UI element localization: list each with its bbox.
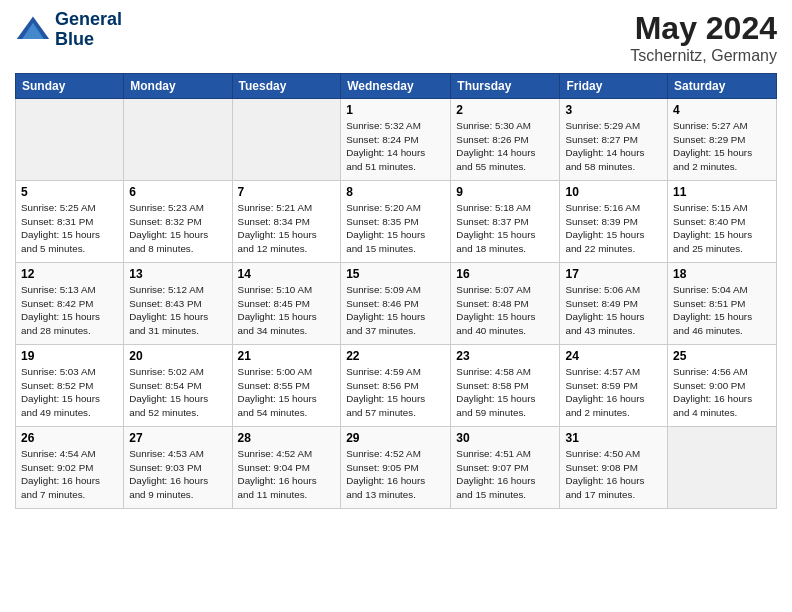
main-container: General Blue May 2024 Tschernitz, German… <box>0 0 792 519</box>
day-number: 10 <box>565 185 662 199</box>
table-cell <box>668 427 777 509</box>
table-cell: 31Sunrise: 4:50 AM Sunset: 9:08 PM Dayli… <box>560 427 668 509</box>
table-cell: 16Sunrise: 5:07 AM Sunset: 8:48 PM Dayli… <box>451 263 560 345</box>
day-info: Sunrise: 4:52 AM Sunset: 9:05 PM Dayligh… <box>346 447 445 502</box>
day-info: Sunrise: 5:15 AM Sunset: 8:40 PM Dayligh… <box>673 201 771 256</box>
col-sunday: Sunday <box>16 74 124 99</box>
logo-text: General Blue <box>55 10 122 50</box>
table-cell <box>16 99 124 181</box>
table-cell: 9Sunrise: 5:18 AM Sunset: 8:37 PM Daylig… <box>451 181 560 263</box>
header: General Blue May 2024 Tschernitz, German… <box>15 10 777 65</box>
day-number: 12 <box>21 267 118 281</box>
day-info: Sunrise: 5:27 AM Sunset: 8:29 PM Dayligh… <box>673 119 771 174</box>
day-number: 15 <box>346 267 445 281</box>
logo-icon <box>15 12 51 48</box>
col-saturday: Saturday <box>668 74 777 99</box>
day-info: Sunrise: 4:54 AM Sunset: 9:02 PM Dayligh… <box>21 447 118 502</box>
table-cell: 4Sunrise: 5:27 AM Sunset: 8:29 PM Daylig… <box>668 99 777 181</box>
day-info: Sunrise: 5:20 AM Sunset: 8:35 PM Dayligh… <box>346 201 445 256</box>
day-number: 27 <box>129 431 226 445</box>
day-number: 31 <box>565 431 662 445</box>
day-info: Sunrise: 5:23 AM Sunset: 8:32 PM Dayligh… <box>129 201 226 256</box>
col-tuesday: Tuesday <box>232 74 341 99</box>
day-info: Sunrise: 5:06 AM Sunset: 8:49 PM Dayligh… <box>565 283 662 338</box>
table-cell <box>232 99 341 181</box>
col-wednesday: Wednesday <box>341 74 451 99</box>
day-info: Sunrise: 5:04 AM Sunset: 8:51 PM Dayligh… <box>673 283 771 338</box>
table-cell: 12Sunrise: 5:13 AM Sunset: 8:42 PM Dayli… <box>16 263 124 345</box>
day-info: Sunrise: 4:58 AM Sunset: 8:58 PM Dayligh… <box>456 365 554 420</box>
day-info: Sunrise: 4:56 AM Sunset: 9:00 PM Dayligh… <box>673 365 771 420</box>
table-cell: 1Sunrise: 5:32 AM Sunset: 8:24 PM Daylig… <box>341 99 451 181</box>
table-cell: 26Sunrise: 4:54 AM Sunset: 9:02 PM Dayli… <box>16 427 124 509</box>
table-cell: 30Sunrise: 4:51 AM Sunset: 9:07 PM Dayli… <box>451 427 560 509</box>
calendar-header-row: Sunday Monday Tuesday Wednesday Thursday… <box>16 74 777 99</box>
location-title: Tschernitz, Germany <box>630 47 777 65</box>
month-title: May 2024 <box>630 10 777 47</box>
day-number: 22 <box>346 349 445 363</box>
week-row-2: 5Sunrise: 5:25 AM Sunset: 8:31 PM Daylig… <box>16 181 777 263</box>
table-cell: 17Sunrise: 5:06 AM Sunset: 8:49 PM Dayli… <box>560 263 668 345</box>
day-info: Sunrise: 5:18 AM Sunset: 8:37 PM Dayligh… <box>456 201 554 256</box>
day-number: 30 <box>456 431 554 445</box>
day-info: Sunrise: 5:07 AM Sunset: 8:48 PM Dayligh… <box>456 283 554 338</box>
table-cell: 24Sunrise: 4:57 AM Sunset: 8:59 PM Dayli… <box>560 345 668 427</box>
table-cell: 2Sunrise: 5:30 AM Sunset: 8:26 PM Daylig… <box>451 99 560 181</box>
day-number: 25 <box>673 349 771 363</box>
day-number: 28 <box>238 431 336 445</box>
day-number: 3 <box>565 103 662 117</box>
day-number: 19 <box>21 349 118 363</box>
col-thursday: Thursday <box>451 74 560 99</box>
table-cell: 7Sunrise: 5:21 AM Sunset: 8:34 PM Daylig… <box>232 181 341 263</box>
day-info: Sunrise: 4:53 AM Sunset: 9:03 PM Dayligh… <box>129 447 226 502</box>
table-cell: 23Sunrise: 4:58 AM Sunset: 8:58 PM Dayli… <box>451 345 560 427</box>
day-info: Sunrise: 4:52 AM Sunset: 9:04 PM Dayligh… <box>238 447 336 502</box>
day-number: 1 <box>346 103 445 117</box>
day-number: 6 <box>129 185 226 199</box>
day-info: Sunrise: 5:09 AM Sunset: 8:46 PM Dayligh… <box>346 283 445 338</box>
day-number: 4 <box>673 103 771 117</box>
day-info: Sunrise: 4:50 AM Sunset: 9:08 PM Dayligh… <box>565 447 662 502</box>
title-block: May 2024 Tschernitz, Germany <box>630 10 777 65</box>
day-number: 29 <box>346 431 445 445</box>
day-info: Sunrise: 5:03 AM Sunset: 8:52 PM Dayligh… <box>21 365 118 420</box>
week-row-5: 26Sunrise: 4:54 AM Sunset: 9:02 PM Dayli… <box>16 427 777 509</box>
day-number: 18 <box>673 267 771 281</box>
day-info: Sunrise: 4:51 AM Sunset: 9:07 PM Dayligh… <box>456 447 554 502</box>
table-cell: 19Sunrise: 5:03 AM Sunset: 8:52 PM Dayli… <box>16 345 124 427</box>
week-row-4: 19Sunrise: 5:03 AM Sunset: 8:52 PM Dayli… <box>16 345 777 427</box>
table-cell: 18Sunrise: 5:04 AM Sunset: 8:51 PM Dayli… <box>668 263 777 345</box>
day-number: 9 <box>456 185 554 199</box>
day-number: 11 <box>673 185 771 199</box>
table-cell: 20Sunrise: 5:02 AM Sunset: 8:54 PM Dayli… <box>124 345 232 427</box>
table-cell: 6Sunrise: 5:23 AM Sunset: 8:32 PM Daylig… <box>124 181 232 263</box>
day-number: 7 <box>238 185 336 199</box>
day-number: 23 <box>456 349 554 363</box>
table-cell: 10Sunrise: 5:16 AM Sunset: 8:39 PM Dayli… <box>560 181 668 263</box>
day-number: 8 <box>346 185 445 199</box>
col-friday: Friday <box>560 74 668 99</box>
day-info: Sunrise: 4:59 AM Sunset: 8:56 PM Dayligh… <box>346 365 445 420</box>
table-cell: 5Sunrise: 5:25 AM Sunset: 8:31 PM Daylig… <box>16 181 124 263</box>
table-cell: 8Sunrise: 5:20 AM Sunset: 8:35 PM Daylig… <box>341 181 451 263</box>
table-cell: 29Sunrise: 4:52 AM Sunset: 9:05 PM Dayli… <box>341 427 451 509</box>
table-cell: 21Sunrise: 5:00 AM Sunset: 8:55 PM Dayli… <box>232 345 341 427</box>
table-cell: 13Sunrise: 5:12 AM Sunset: 8:43 PM Dayli… <box>124 263 232 345</box>
day-number: 2 <box>456 103 554 117</box>
day-number: 24 <box>565 349 662 363</box>
day-info: Sunrise: 5:21 AM Sunset: 8:34 PM Dayligh… <box>238 201 336 256</box>
day-info: Sunrise: 5:29 AM Sunset: 8:27 PM Dayligh… <box>565 119 662 174</box>
day-info: Sunrise: 5:16 AM Sunset: 8:39 PM Dayligh… <box>565 201 662 256</box>
day-number: 13 <box>129 267 226 281</box>
table-cell: 22Sunrise: 4:59 AM Sunset: 8:56 PM Dayli… <box>341 345 451 427</box>
day-number: 16 <box>456 267 554 281</box>
table-cell: 28Sunrise: 4:52 AM Sunset: 9:04 PM Dayli… <box>232 427 341 509</box>
table-cell: 15Sunrise: 5:09 AM Sunset: 8:46 PM Dayli… <box>341 263 451 345</box>
day-number: 20 <box>129 349 226 363</box>
table-cell: 14Sunrise: 5:10 AM Sunset: 8:45 PM Dayli… <box>232 263 341 345</box>
table-cell: 27Sunrise: 4:53 AM Sunset: 9:03 PM Dayli… <box>124 427 232 509</box>
week-row-1: 1Sunrise: 5:32 AM Sunset: 8:24 PM Daylig… <box>16 99 777 181</box>
day-info: Sunrise: 5:25 AM Sunset: 8:31 PM Dayligh… <box>21 201 118 256</box>
week-row-3: 12Sunrise: 5:13 AM Sunset: 8:42 PM Dayli… <box>16 263 777 345</box>
day-number: 17 <box>565 267 662 281</box>
